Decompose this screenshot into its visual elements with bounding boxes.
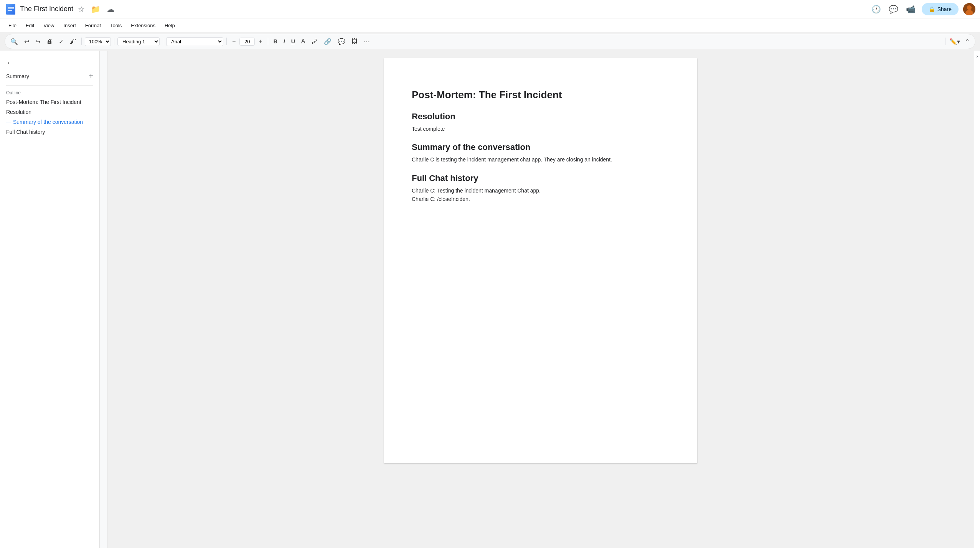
outline-label: Outline — [0, 89, 99, 97]
body-resolution: Test complete — [412, 125, 670, 133]
comment-icon[interactable]: 💬 — [887, 3, 900, 15]
toolbar-right: ✏️▾ ⌃ — [944, 36, 972, 47]
main-layout: ← Summary + Outline Post-Mortem: The Fir… — [0, 51, 980, 548]
right-collapse-strip[interactable]: › — [974, 51, 980, 548]
title-bar-icons: ☆ 📁 ☁ — [76, 3, 116, 15]
heading-chat: Full Chat history — [412, 173, 670, 183]
svg-rect-4 — [8, 10, 12, 11]
outline-item-chat[interactable]: Full Chat history — [0, 127, 99, 137]
separator-6 — [945, 38, 945, 45]
sidebar-divider — [6, 85, 93, 86]
summary-label: Summary — [6, 73, 29, 79]
summary-header: Summary + — [0, 70, 99, 82]
document-main-title: Post-Mortem: The First Incident — [412, 89, 670, 101]
font-select[interactable]: Arial Times New Roman Courier New — [166, 37, 223, 46]
text-color-button[interactable]: A — [299, 36, 308, 46]
star-icon[interactable]: ☆ — [76, 3, 86, 15]
body-chat: Charlie C: Testing the incident manageme… — [412, 186, 670, 204]
heading-summary: Summary of the conversation — [412, 142, 670, 152]
body-summary: Charlie C is testing the incident manage… — [412, 155, 670, 164]
toolbar: 🔍 ↩ ↪ 🖨 ✓ 🖌 100% 75% 50% 125% 150% Headi… — [5, 34, 975, 49]
menu-view[interactable]: View — [40, 21, 58, 30]
svg-point-6 — [967, 5, 972, 10]
history-icon[interactable]: 🕐 — [870, 3, 883, 15]
collapse-toolbar-button[interactable]: ⌃ — [962, 36, 972, 47]
outline-item-postmortem[interactable]: Post-Mortem: The First Incident — [0, 97, 99, 107]
redo-button[interactable]: ↪ — [33, 36, 43, 47]
menu-bar: File Edit View Insert Format Tools Exten… — [0, 18, 980, 32]
menu-insert[interactable]: Insert — [59, 21, 80, 30]
outline-item-summary[interactable]: Summary of the conversation — [0, 117, 99, 127]
font-size-input[interactable] — [239, 38, 255, 46]
title-bar-right: 🕐 💬 📹 🔒 Share — [870, 3, 975, 15]
underline-button[interactable]: U — [289, 37, 297, 46]
insert-link-button[interactable]: 🔗 — [322, 36, 334, 47]
insert-comment-button[interactable]: 💬 — [335, 36, 348, 47]
left-ruler-strip — [100, 51, 107, 548]
share-button[interactable]: 🔒 Share — [922, 3, 959, 15]
doc-icon — [5, 3, 17, 15]
increase-font-size[interactable]: + — [256, 36, 264, 46]
chat-line-1: Charlie C: Testing the incident manageme… — [412, 186, 670, 195]
menu-tools[interactable]: Tools — [106, 21, 125, 30]
menu-extensions[interactable]: Extensions — [127, 21, 159, 30]
separator-3 — [163, 38, 163, 45]
chat-line-2: Charlie C: /closeIncident — [412, 195, 670, 203]
separator-1 — [81, 38, 82, 45]
style-select[interactable]: Heading 1 Heading 2 Normal text Title — [117, 37, 160, 46]
back-button[interactable]: ← — [0, 55, 99, 70]
separator-5 — [268, 38, 268, 45]
edit-mode-button[interactable]: ✏️▾ — [947, 36, 962, 47]
more-options-button[interactable]: ⋯ — [361, 36, 372, 47]
separator-2 — [114, 38, 114, 45]
doc-title: The First Incident — [20, 5, 73, 13]
svg-rect-3 — [8, 8, 14, 9]
svg-rect-2 — [8, 7, 14, 8]
italic-button[interactable]: I — [281, 37, 287, 46]
highlight-button[interactable]: 🖊 — [309, 36, 320, 46]
undo-button[interactable]: ↩ — [22, 36, 31, 47]
heading-resolution: Resolution — [412, 112, 670, 122]
menu-help[interactable]: Help — [161, 21, 179, 30]
paint-format-button[interactable]: 🖌 — [68, 36, 78, 46]
decrease-font-size[interactable]: − — [230, 36, 238, 46]
spellcheck-button[interactable]: ✓ — [56, 36, 66, 47]
separator-4 — [226, 38, 227, 45]
title-bar: The First Incident ☆ 📁 ☁ 🕐 💬 📹 🔒 Share — [0, 0, 980, 18]
cloud-icon[interactable]: ☁ — [105, 3, 116, 15]
menu-file[interactable]: File — [5, 21, 20, 30]
folder-icon[interactable]: 📁 — [89, 3, 102, 15]
video-icon[interactable]: 📹 — [904, 3, 917, 15]
avatar[interactable] — [963, 3, 975, 15]
insert-image-button[interactable]: 🖼 — [349, 36, 360, 46]
menu-format[interactable]: Format — [81, 21, 105, 30]
search-toolbar-icon[interactable]: 🔍 — [8, 36, 20, 47]
doc-area[interactable]: Post-Mortem: The First Incident Resoluti… — [107, 51, 974, 548]
doc-page: Post-Mortem: The First Incident Resoluti… — [384, 58, 697, 463]
add-summary-button[interactable]: + — [89, 72, 93, 81]
bold-button[interactable]: B — [271, 37, 280, 46]
outline-item-resolution[interactable]: Resolution — [0, 107, 99, 117]
sidebar: ← Summary + Outline Post-Mortem: The Fir… — [0, 51, 100, 548]
zoom-select[interactable]: 100% 75% 50% 125% 150% — [85, 37, 111, 46]
menu-edit[interactable]: Edit — [22, 21, 38, 30]
print-button[interactable]: 🖨 — [44, 36, 55, 46]
lock-icon: 🔒 — [929, 6, 935, 12]
